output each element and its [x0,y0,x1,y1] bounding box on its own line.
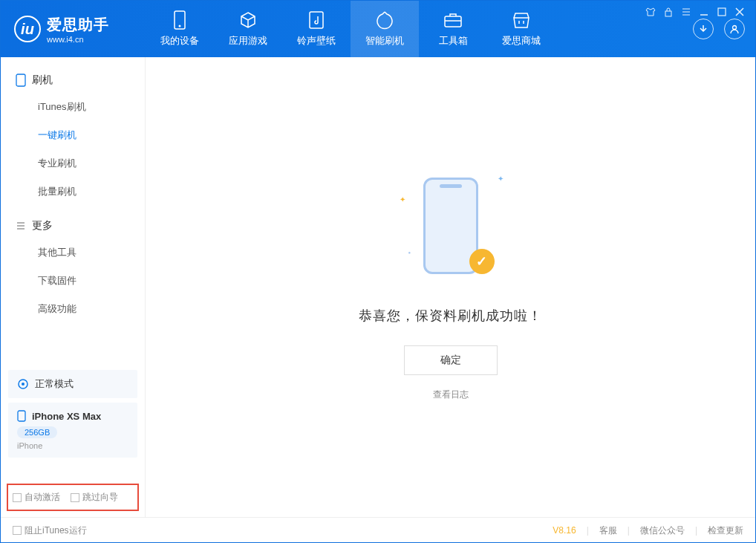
svg-rect-3 [445,16,461,27]
mode-icon [17,378,29,390]
window-controls [645,7,745,17]
sidebar-item-itunes-flash[interactable]: iTunes刷机 [1,93,145,121]
app-logo-icon: iu [14,16,41,42]
wechat-link[interactable]: 微信公众号 [640,524,685,537]
sidebar-item-other-tools[interactable]: 其他工具 [1,238,145,267]
phone-icon [16,74,26,87]
check-badge-icon: ✓ [469,249,495,274]
tab-label: 智能刷机 [365,34,404,48]
download-button[interactable] [693,19,714,39]
tab-store[interactable]: 爱思商城 [487,1,555,57]
tab-label: 应用游戏 [229,34,267,48]
device-type-label: iPhone [17,441,128,450]
app-title: 爱思助手 [47,15,109,35]
sparkle-icon: ✦ [498,175,504,183]
device-panel: 正常模式 iPhone XS Max 256GB iPhone [8,370,137,458]
footer: 阻止iTunes运行 V8.16 | 客服 | 微信公众号 | 检查更新 [1,517,755,543]
checkbox-icon [13,493,22,502]
footer-left: 阻止iTunes运行 [13,524,87,537]
svg-rect-7 [16,74,25,86]
footer-right: V8.16 | 客服 | 微信公众号 | 检查更新 [553,524,743,537]
tab-ringtones[interactable]: 铃声壁纸 [282,1,351,57]
success-illustration: ✦ ✦ ● ✓ [410,173,492,284]
sidebar-item-advanced[interactable]: 高级功能 [1,295,145,323]
sparkle-icon: ● [408,250,411,255]
checkbox-skip-guide[interactable]: 跳过向导 [71,491,118,504]
music-file-icon [307,10,326,30]
tab-toolbox[interactable]: 工具箱 [419,1,487,57]
sidebar-item-pro-flash[interactable]: 专业刷机 [1,149,145,178]
sidebar: 刷机 iTunes刷机 一键刷机 专业刷机 批量刷机 更多 其他工具 下载固件 … [1,57,146,517]
svg-rect-10 [18,411,25,421]
tab-apps[interactable]: 应用游戏 [214,1,282,57]
checkbox-auto-activate[interactable]: 自动激活 [13,491,60,504]
highlighted-checkbox-row: 自动激活 跳过向导 [7,484,139,511]
menu-icon[interactable] [681,7,691,17]
store-icon [512,10,531,30]
shirt-icon[interactable] [645,7,656,17]
view-log-link[interactable]: 查看日志 [433,388,469,401]
phone-notch [440,184,462,188]
checkbox-label: 跳过向导 [82,491,118,504]
checkbox-label: 阻止iTunes运行 [25,524,87,537]
header: iu 爱思助手 www.i4.cn 我的设备 应用游戏 铃声壁纸 智能刷机 工具… [1,1,755,57]
device-icon [170,10,189,30]
svg-rect-4 [665,11,671,16]
sidebar-group-more: 更多 [1,213,145,238]
body: 刷机 iTunes刷机 一键刷机 专业刷机 批量刷机 更多 其他工具 下载固件 … [1,57,755,517]
ok-button[interactable]: 确定 [404,345,498,375]
sidebar-item-download-firmware[interactable]: 下载固件 [1,267,145,295]
lock-icon[interactable] [663,7,674,17]
app-subtitle: www.i4.cn [47,35,109,44]
main-content: ✦ ✦ ● ✓ 恭喜您，保资料刷机成功啦！ 确定 查看日志 [146,57,755,517]
main-tabs: 我的设备 应用游戏 铃声壁纸 智能刷机 工具箱 爱思商城 [146,1,555,57]
sparkle-icon: ✦ [400,195,405,204]
svg-point-6 [733,26,737,30]
tab-my-device[interactable]: 我的设备 [146,1,214,57]
svg-point-9 [22,383,25,386]
flash-icon [375,10,394,30]
close-icon[interactable] [734,7,745,17]
checkbox-icon [13,526,22,535]
tab-label: 铃声壁纸 [297,34,336,48]
tab-label: 我的设备 [160,34,199,48]
device-info-box[interactable]: iPhone XS Max 256GB iPhone [8,403,137,458]
success-message: 恭喜您，保资料刷机成功啦！ [359,307,542,325]
device-capacity-badge: 256GB [17,426,57,438]
svg-point-1 [179,25,181,27]
device-mode-label: 正常模式 [35,377,74,391]
device-phone-icon [17,410,26,422]
checkbox-label: 自动激活 [25,491,60,504]
checkbox-block-itunes[interactable]: 阻止iTunes运行 [13,524,87,537]
checkbox-icon [71,493,79,502]
device-mode-box[interactable]: 正常模式 [8,370,137,398]
minimize-icon[interactable] [699,7,709,17]
support-link[interactable]: 客服 [599,524,617,537]
sidebar-group-flash: 刷机 [1,68,145,93]
device-name-row: iPhone XS Max [17,410,128,422]
user-button[interactable] [724,19,745,39]
check-update-link[interactable]: 检查更新 [708,524,743,537]
maximize-icon[interactable] [717,7,727,17]
header-actions [693,19,745,39]
tab-label: 工具箱 [439,34,468,48]
cube-icon [238,10,258,30]
list-icon [16,221,26,231]
tab-label: 爱思商城 [502,34,541,48]
svg-rect-2 [310,12,323,28]
device-name-text: iPhone XS Max [32,411,101,422]
toolbox-icon [443,10,463,30]
sidebar-item-batch-flash[interactable]: 批量刷机 [1,178,145,206]
version-label: V8.16 [553,525,576,536]
tab-flash[interactable]: 智能刷机 [351,1,419,57]
svg-rect-5 [718,8,726,16]
logo-area: iu 爱思助手 www.i4.cn [1,15,146,44]
sidebar-item-oneclick-flash[interactable]: 一键刷机 [1,121,145,149]
